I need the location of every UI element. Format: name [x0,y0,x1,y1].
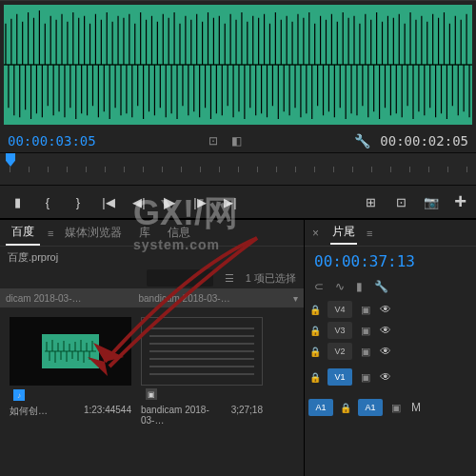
tab-info[interactable]: 信息 [162,221,196,245]
selection-text: 1 项已选择 [246,271,296,286]
eye-icon[interactable]: 👁 [379,370,392,384]
lock-icon[interactable]: 🔒 [339,403,352,413]
play-button[interactable]: ▶ [162,194,177,209]
export-frame-button[interactable]: 📷 [424,194,439,209]
items-header: dicam 2018-03-… bandicam 2018-03-… ▾ [0,288,304,307]
mark-in-button[interactable]: { [40,194,55,209]
video-thumb: ▣ [141,317,263,386]
marker-tool-icon[interactable]: ▮ [356,280,363,293]
sequence-tab[interactable]: 片尾 [330,221,357,245]
film-icon[interactable]: ▣ [358,346,373,358]
mute-icon[interactable]: M [409,401,423,414]
transport-bar: ▮ { } |◀ ◀| ▶ |▶ ▶| ⊞ ⊡ 📷 + [0,186,476,220]
seq-tab-menu-icon[interactable]: ≡ [367,228,372,239]
sequence-timecode[interactable]: 00:00:37:13 [305,247,476,276]
track-v3[interactable]: 🔒 V3 ▣ 👁 [307,320,474,341]
film-icon[interactable]: ▣ [358,325,373,337]
col-2: bandicam 2018-03-… [138,293,229,304]
track-toggle[interactable]: V2 [327,343,352,360]
list-view-icon[interactable]: ☰ [225,272,234,285]
waveform-panel [0,0,476,129]
bin-item-video[interactable]: ▣ bandicam 2018-03-… 3;27;18 [141,317,263,426]
time-ruler[interactable] [0,153,476,186]
tab-media-browser[interactable]: 媒体浏览器 [59,221,128,245]
overwrite-button[interactable]: ⊡ [393,194,408,209]
fit-icon[interactable]: ⊡ [208,134,218,148]
track-toggle[interactable]: V1 [327,368,352,386]
eye-icon[interactable]: 👁 [379,324,392,337]
item-duration: 1:23:44544 [84,405,131,418]
track-toggle[interactable]: A1 [358,399,383,416]
item-duration: 3;27;18 [231,405,263,426]
film-icon[interactable]: ▣ [358,371,373,384]
track-v1[interactable]: 🔒 V1 ▣ 👁 [307,362,474,392]
waveform-thumb-icon [42,334,99,368]
marker-icon[interactable]: ▮ [10,194,25,209]
step-back-button[interactable]: ◀| [131,194,147,209]
track-toggle[interactable]: V4 [327,301,352,318]
audio-badge-icon: ♪ [13,389,25,401]
close-tab-icon[interactable]: × [312,227,319,240]
step-forward-button[interactable]: |▶ [192,194,208,209]
col-1: dicam 2018-03-… [6,293,81,304]
lock-icon[interactable]: 🔒 [308,372,322,383]
link-icon[interactable]: ∿ [335,280,345,293]
tab-libraries[interactable]: 库 [133,221,156,245]
track-a1[interactable]: A1 🔒 A1 ▣ M [307,392,474,423]
audio-icon[interactable]: ▣ [388,402,404,414]
track-toggle[interactable]: V3 [327,322,352,339]
go-to-out-button[interactable]: ▶| [223,194,238,209]
item-name: 如何创… [10,405,48,418]
timeline-panel: × 片尾 ≡ 00:00:37:13 ⊂ ∿ ▮ 🔧 🔒 V4 ▣ 👁 🔒 V3… [305,220,476,476]
track-v2[interactable]: 🔒 V2 ▣ 👁 [307,341,474,362]
project-panel: 百度 ≡ 媒体浏览器 库 信息 百度.prproj ☰ 1 项已选择 dicam… [0,220,305,476]
item-name: bandicam 2018-03-… [141,405,231,426]
tab-menu-icon[interactable]: ≡ [48,228,53,239]
track-source-toggle[interactable]: A1 [308,399,333,416]
lock-icon[interactable]: 🔒 [308,347,322,357]
search-input[interactable] [147,269,213,287]
snap-icon[interactable]: ⊂ [314,280,324,293]
mark-out-button[interactable]: } [70,194,86,209]
project-file-name: 百度.prproj [8,250,58,265]
lock-icon[interactable]: 🔒 [308,305,322,315]
wrench-icon[interactable]: 🔧 [354,133,370,149]
settings-icon[interactable]: 🔧 [374,280,388,293]
lock-icon[interactable]: 🔒 [308,326,322,336]
video-badge-icon: ▣ [146,388,157,400]
film-icon[interactable]: ▣ [358,304,373,316]
timecode-bar: 00:00:03:05 ⊡ ◧ 🔧 00:00:02:05 [0,129,476,153]
program-timecode[interactable]: 00:00:02:05 [380,133,468,149]
sort-icon[interactable]: ▾ [293,293,298,304]
bin-item-audio[interactable]: ♪ 如何创… 1:23:44544 [10,317,131,426]
playhead-icon[interactable] [6,153,15,167]
track-v4[interactable]: 🔒 V4 ▣ 👁 [307,299,474,320]
tab-project[interactable]: 百度 [6,220,40,246]
go-to-in-button[interactable]: |◀ [101,194,116,209]
eye-icon[interactable]: 👁 [379,345,392,358]
insert-button[interactable]: ⊞ [363,194,378,209]
source-timecode[interactable]: 00:00:03:05 [8,133,96,149]
eye-icon[interactable]: 👁 [379,303,392,316]
half-icon[interactable]: ◧ [231,134,242,148]
audio-waveform[interactable] [0,1,476,129]
add-button[interactable]: + [454,189,466,214]
